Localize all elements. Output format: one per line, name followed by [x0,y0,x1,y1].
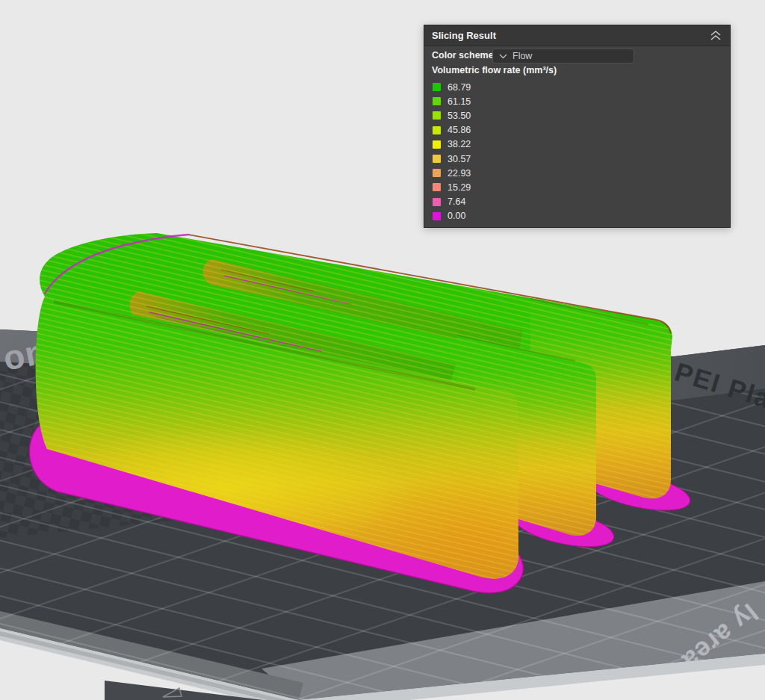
legend-swatch [433,97,441,105]
legend-swatch [433,198,441,206]
slicing-result-panel: Slicing Result Color scheme Flow Volumet… [424,25,731,228]
legend-value: 22.93 [447,168,471,179]
legend-value: 68.79 [447,82,471,93]
legend-list: 68.7961.1553.5045.8638.2230.5722.9315.29… [433,80,722,223]
legend-row: 61.15 [433,94,722,108]
legend-swatch [433,155,441,163]
legend-row: 0.00 [433,209,722,223]
legend-row: 30.57 [433,152,722,166]
panel-title: Slicing Result [432,30,496,41]
legend-row: 53.50 [433,108,722,123]
legend-row: 45.86 [433,123,722,137]
double-chevron-up-icon [710,30,722,41]
legend-value: 38.22 [447,139,471,149]
color-scheme-row: Color scheme Flow [432,49,722,64]
color-scheme-label: Color scheme [432,50,494,61]
legend-value: 0.00 [447,211,465,221]
legend-swatch [433,111,441,120]
legend-title: Volumetric flow rate (mm³/s) [432,65,557,75]
panel-header: Slicing Result [424,25,730,46]
legend-swatch [433,169,441,177]
legend-row: 68.79 [433,80,722,94]
legend-value: 7.64 [447,196,465,207]
legend-row: 22.93 [433,166,722,180]
legend-row: 15.29 [433,180,722,194]
legend-swatch [433,140,441,149]
legend-row: 38.22 [433,137,722,152]
legend-value: 61.15 [447,96,471,107]
legend-value: 45.86 [447,125,471,135]
legend-value: 30.57 [447,154,471,164]
legend-swatch [433,183,441,191]
legend-swatch [433,83,441,91]
legend-value: 53.50 [447,111,471,121]
dropdown-value: Flow [512,51,532,61]
legend-swatch [433,126,441,134]
legend-value: 15.29 [447,182,471,193]
color-scheme-dropdown[interactable]: Flow [492,49,634,64]
collapse-button[interactable] [709,30,722,42]
legend-swatch [433,212,441,220]
legend-row: 7.64 [433,195,722,209]
chevron-down-icon [499,53,507,59]
